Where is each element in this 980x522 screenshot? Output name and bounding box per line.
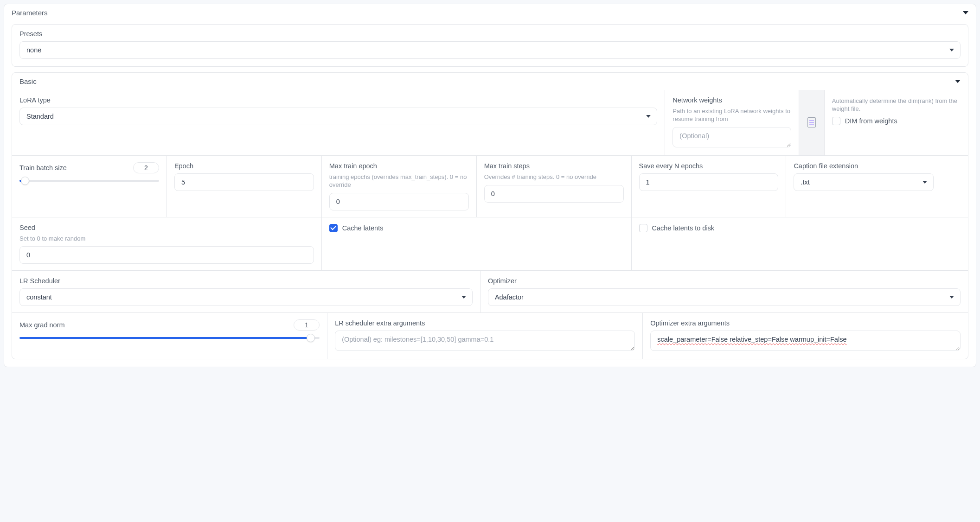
caption-ext-label: Caption file extension: [794, 162, 934, 170]
parameters-panel: Parameters Presets none Basic LoRA t: [4, 4, 976, 367]
parameters-header[interactable]: Parameters: [4, 4, 976, 21]
max-train-steps-input[interactable]: [484, 185, 624, 203]
seed-input[interactable]: [19, 246, 314, 264]
caption-ext-select[interactable]: .txt: [794, 173, 934, 191]
network-weights-cell: Network weights Path to an existing LoRA…: [665, 90, 799, 155]
presets-section: Presets none: [12, 24, 968, 67]
seed-cell: Seed Set to 0 to make random: [12, 217, 322, 271]
dim-from-weights-cell: Automatically determine the dim(rank) fr…: [825, 90, 968, 155]
cache-latents-disk-label: Cache latents to disk: [652, 224, 715, 232]
epoch-cell: Epoch: [167, 156, 322, 217]
optimizer-cell: Optimizer Adafactor: [480, 271, 968, 312]
seed-help: Set to 0 to make random: [19, 235, 314, 243]
dim-from-weights-checkbox[interactable]: DIM from weights: [832, 117, 961, 125]
lora-type-label: LoRA type: [19, 96, 657, 104]
max-train-epoch-label: Max train epoch: [329, 162, 469, 170]
max-train-steps-label: Max train steps: [484, 162, 624, 170]
lora-type-cell: LoRA type Standard: [12, 90, 665, 155]
optimizer-extra-cell: Optimizer extra arguments scale_paramete…: [643, 313, 968, 359]
basic-header[interactable]: Basic: [12, 73, 968, 90]
checkbox-icon: [639, 224, 647, 232]
max-train-epoch-cell: Max train epoch training epochs (overrid…: [322, 156, 477, 217]
train-batch-size-slider[interactable]: [19, 176, 159, 185]
save-every-n-epochs-cell: Save every N epochs: [632, 156, 787, 217]
lr-scheduler-extra-cell: LR scheduler extra arguments: [327, 313, 643, 359]
network-weights-help: Path to an existing LoRA network weights…: [673, 108, 791, 123]
lr-scheduler-cell: LR Scheduler constant: [12, 271, 480, 312]
max-train-steps-help: Overrides # training steps. 0 = no overr…: [484, 173, 624, 181]
lr-scheduler-extra-input[interactable]: [335, 331, 635, 351]
caption-ext-cell: Caption file extension .txt: [786, 156, 941, 217]
max-train-epoch-input[interactable]: [329, 193, 469, 210]
max-grad-norm-cell: Max grad norm 1: [12, 313, 327, 359]
lora-type-select[interactable]: Standard: [19, 108, 657, 125]
train-batch-size-value[interactable]: 2: [133, 162, 159, 173]
cache-latents-disk-cell: Cache latents to disk: [632, 217, 968, 271]
dim-from-weights-help: Automatically determine the dim(rank) fr…: [832, 97, 961, 113]
lr-scheduler-label: LR Scheduler: [19, 277, 473, 285]
presets-select[interactable]: none: [19, 41, 961, 59]
chevron-down-icon[interactable]: [955, 80, 961, 83]
network-weights-browse-button[interactable]: [799, 90, 825, 155]
max-train-steps-cell: Max train steps Overrides # training ste…: [477, 156, 632, 217]
lr-scheduler-extra-label: LR scheduler extra arguments: [335, 319, 635, 327]
basic-section: Basic LoRA type Standard Network weights…: [12, 72, 968, 359]
train-batch-size-cell: Train batch size 2: [12, 156, 167, 217]
lr-scheduler-select[interactable]: constant: [19, 288, 473, 306]
max-grad-norm-label: Max grad norm: [19, 321, 65, 329]
optimizer-extra-input[interactable]: scale_parameter=False relative_step=Fals…: [650, 331, 961, 351]
presets-label: Presets: [19, 30, 961, 38]
cache-latents-disk-checkbox[interactable]: Cache latents to disk: [639, 224, 961, 232]
network-weights-label: Network weights: [673, 96, 791, 104]
cache-latents-cell: Cache latents: [322, 217, 632, 271]
checkbox-icon: [832, 117, 840, 125]
basic-title: Basic: [19, 77, 37, 85]
max-grad-norm-value[interactable]: 1: [294, 319, 320, 331]
dim-from-weights-label: DIM from weights: [845, 117, 897, 125]
optimizer-extra-label: Optimizer extra arguments: [650, 319, 961, 327]
max-train-epoch-help: training epochs (overrides max_train_ste…: [329, 173, 469, 189]
seed-label: Seed: [19, 224, 314, 231]
cache-latents-label: Cache latents: [342, 224, 384, 232]
parameters-title: Parameters: [12, 9, 48, 17]
epoch-label: Epoch: [174, 162, 314, 170]
cache-latents-checkbox[interactable]: Cache latents: [329, 224, 624, 232]
document-icon: [807, 117, 816, 127]
train-batch-size-label: Train batch size: [19, 164, 67, 172]
optimizer-select[interactable]: Adafactor: [488, 288, 961, 306]
epoch-input[interactable]: [174, 173, 314, 191]
save-every-n-epochs-input[interactable]: [639, 173, 779, 191]
save-every-n-epochs-label: Save every N epochs: [639, 162, 779, 170]
optimizer-label: Optimizer: [488, 277, 961, 285]
chevron-down-icon[interactable]: [963, 11, 968, 14]
checkbox-checked-icon: [329, 224, 338, 232]
max-grad-norm-slider[interactable]: [19, 333, 320, 343]
network-weights-input[interactable]: [673, 127, 791, 147]
